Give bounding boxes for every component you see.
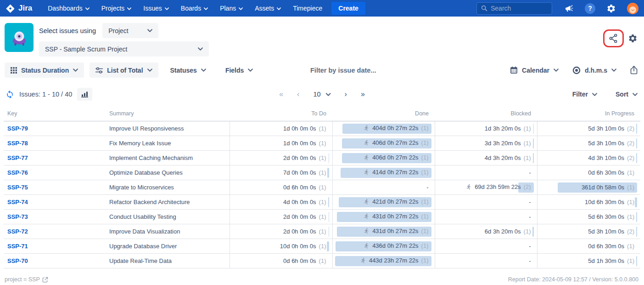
duration-bar — [636, 227, 638, 237]
nav-item-projects[interactable]: Projects — [101, 5, 132, 12]
duration-text: 0d 6h 30m 0s — [588, 169, 624, 176]
next-page-button[interactable]: › — [345, 91, 347, 98]
duration-cell: 4d 3h 10m 0s(2) — [537, 151, 640, 165]
issue-key-link[interactable]: SSP-79 — [7, 125, 28, 132]
share-report-button[interactable] — [608, 33, 619, 44]
duration-cell: 3d 3h 20m 0s(1) — [435, 136, 537, 151]
duration-cell: - — [332, 180, 435, 195]
last-page-button[interactable]: » — [361, 91, 365, 98]
jira-logo-icon — [6, 4, 15, 13]
fields-dropdown[interactable]: Fields — [225, 67, 253, 74]
duration-bar — [328, 197, 329, 207]
sort-dropdown[interactable]: Sort — [616, 91, 638, 98]
status-count: (1) — [524, 140, 531, 147]
duration-cell: 5d 3h 10m 0s(2) — [537, 121, 640, 136]
previous-page-button[interactable]: ‹ — [297, 91, 299, 98]
settings-button[interactable] — [606, 4, 616, 13]
duration-text: 7d 0h 0m 0s — [283, 169, 316, 176]
eye-icon — [572, 66, 581, 74]
duration-bar — [533, 153, 534, 163]
table-row: SSP-72Improve Data Visualization2d 0h 0m… — [4, 224, 640, 239]
duration-cell: 443d 23h 27m 22s(1) — [332, 254, 435, 268]
status-count: (2) — [627, 228, 634, 235]
nav-item-dashboards[interactable]: Dashboards — [48, 5, 90, 12]
duration-text: 4d 3h 20m 0s — [485, 154, 521, 161]
report-footer: project = SSP Report Date: 2024-05-09 12… — [0, 268, 644, 283]
issue-key-link[interactable]: SSP-71 — [7, 243, 28, 250]
nav-item-assets[interactable]: Assets — [255, 5, 281, 12]
status-count: (1) — [627, 199, 634, 205]
issue-key-link[interactable]: SSP-72 — [7, 228, 28, 235]
calendar-dropdown[interactable]: Calendar — [510, 66, 559, 74]
issue-key-cell: SSP-73 — [4, 210, 106, 224]
sliders-icon — [95, 67, 103, 74]
duration-text: 431d 0h 27m 22s — [372, 228, 418, 234]
duration-cell: 404d 0h 27m 22s(1) — [332, 121, 435, 136]
status-count: (1) — [319, 184, 326, 191]
navbar-search-box[interactable] — [476, 2, 552, 15]
issue-source-mode-dropdown[interactable]: Project — [102, 23, 158, 38]
duration-cell: 6d 3h 20m 0s(1) — [435, 224, 537, 239]
issue-key-link[interactable]: SSP-74 — [7, 199, 28, 205]
nav-item-plans[interactable]: Plans — [220, 5, 243, 12]
share-icon — [608, 33, 619, 44]
issue-key-link[interactable]: SSP-77 — [7, 154, 28, 161]
issue-key-link[interactable]: SSP-73 — [7, 213, 28, 220]
pager-controls: « ‹ 10 › » — [279, 91, 365, 98]
duration-text: 6d 3h 20m 0s — [485, 228, 521, 235]
view-mode-dropdown[interactable]: List of Total — [90, 63, 158, 78]
duration-cell: - — [435, 195, 537, 210]
nav-item-boards[interactable]: Boards — [181, 5, 208, 12]
statuses-dropdown[interactable]: Statuses — [170, 67, 206, 74]
duration-text: 3d 3h 20m 0s — [485, 140, 521, 147]
help-button[interactable]: ? — [585, 3, 595, 14]
chevron-down-icon — [198, 47, 203, 51]
export-button[interactable] — [630, 66, 638, 74]
nav-item-issues[interactable]: Issues — [143, 5, 168, 12]
running-status-icon — [364, 228, 370, 234]
issue-key-link[interactable]: SSP-75 — [7, 184, 28, 191]
chevron-down-icon — [147, 68, 152, 72]
user-avatar-button[interactable] — [627, 3, 638, 14]
status-count: (1) — [421, 198, 429, 205]
filter-dropdown[interactable]: Filter — [572, 91, 597, 98]
search-input[interactable] — [491, 5, 541, 12]
nav-item-timepiece[interactable]: Timepiece — [293, 5, 322, 12]
page-size-dropdown[interactable]: 10 — [313, 91, 330, 98]
jira-logo[interactable]: Jira — [6, 4, 32, 13]
duration-text: 5d 1h 30m 0s — [588, 257, 624, 264]
announcements-button[interactable] — [564, 4, 574, 13]
external-link-icon[interactable] — [42, 277, 48, 283]
date-filter-field[interactable]: Filter by issue date... — [310, 67, 376, 74]
table-row: SSP-76Optimize Database Queries7d 0h 0m … — [4, 165, 640, 180]
chevron-down-icon — [147, 29, 152, 32]
chevron-down-icon — [277, 7, 281, 10]
time-format-dropdown[interactable]: d.h.m.s — [572, 66, 616, 74]
project-select-dropdown[interactable]: SSP - Sample Scrum Project — [39, 41, 209, 57]
status-count: (1) — [627, 213, 634, 220]
report-type-dropdown[interactable]: Status Duration — [5, 63, 84, 78]
duration-text: 1d 3h 20m 0s — [485, 125, 521, 132]
project-avatar — [5, 23, 34, 52]
status-count: (2) — [627, 154, 634, 161]
issue-key-link[interactable]: SSP-70 — [7, 257, 28, 264]
status-count: (1) — [319, 243, 326, 250]
help-icon: ? — [585, 3, 595, 14]
status-count: (1) — [524, 154, 531, 161]
column-header-done: Done — [332, 108, 435, 121]
duration-text: 414d 0h 27m 22s — [372, 169, 418, 176]
duration-cell: 2d 0h 0m 0s(1) — [230, 151, 332, 165]
megaphone-icon — [564, 4, 574, 13]
duration-bar — [635, 197, 637, 207]
refresh-button[interactable] — [6, 90, 14, 99]
chevron-down-icon — [239, 7, 243, 10]
chart-view-button[interactable] — [77, 88, 92, 101]
duration-cell: 0d 6h 0m 0s(1) — [230, 254, 332, 268]
duration-cell: 0d 6h 30m 0s(1) — [537, 165, 640, 180]
issue-key-link[interactable]: SSP-78 — [7, 140, 28, 147]
report-settings-button[interactable] — [628, 34, 638, 43]
column-header-to-do: To Do — [230, 108, 332, 121]
create-button[interactable]: Create — [331, 2, 365, 15]
issue-key-link[interactable]: SSP-76 — [7, 169, 28, 176]
first-page-button[interactable]: « — [279, 91, 283, 98]
